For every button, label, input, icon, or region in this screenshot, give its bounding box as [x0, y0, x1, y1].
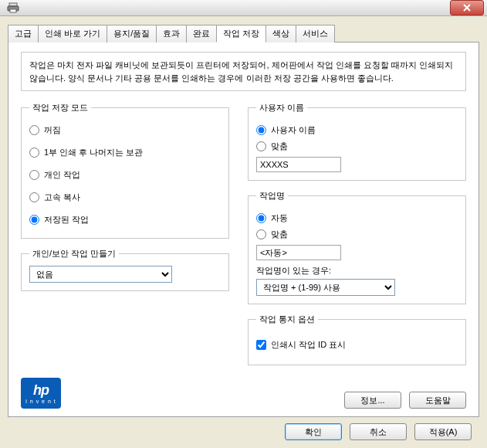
tab-advanced[interactable]: 고급 [8, 25, 39, 42]
storage-mode-stored-label: 저장된 작업 [44, 214, 89, 226]
notify-legend: 작업 통지 옵션 [256, 314, 318, 325]
notify-group: 작업 통지 옵션 인쇄시 작업 ID 표시 [248, 314, 466, 365]
ok-button[interactable]: 확인 [285, 423, 342, 440]
dialog-buttons: 확인 취소 적용(A) [8, 417, 479, 446]
job-name-legend: 작업명 [256, 190, 288, 202]
storage-mode-off-label: 꺼짐 [44, 124, 61, 136]
info-button[interactable]: 정보... [344, 392, 401, 409]
user-name-custom-label: 맞춤 [271, 141, 288, 152]
storage-mode-personal-radio[interactable] [29, 170, 39, 180]
print-settings-window: 고급 인쇄 바로 가기 용지/품질 효과 완료 작업 저장 색상 서비스 작업은… [0, 0, 487, 448]
tabs-row: 고급 인쇄 바로 가기 용지/품질 효과 완료 작업 저장 색상 서비스 [8, 24, 479, 42]
job-name-input[interactable] [256, 245, 341, 260]
job-name-auto-label: 자동 [271, 212, 288, 224]
job-name-exists-label: 작업명이 있는 경우: [256, 265, 458, 277]
storage-mode-proof-hold-radio[interactable] [29, 148, 39, 158]
user-name-input[interactable] [256, 157, 341, 172]
job-name-custom-radio[interactable] [256, 229, 266, 239]
tab-content: 작업은 마치 전자 파일 캐비닛에 보관되듯이 프린터에 저장되어, 제어판에서… [8, 42, 479, 417]
storage-mode-quickcopy-label: 고속 복사 [44, 192, 80, 203]
cancel-button[interactable]: 취소 [350, 423, 407, 440]
hp-logo-text: hp [33, 382, 49, 399]
tab-finishing[interactable]: 완료 [186, 25, 217, 42]
description-text: 작업은 마치 전자 파일 캐비닛에 보관되듯이 프린터에 저장되어, 제어판에서… [21, 52, 466, 91]
close-button[interactable] [450, 0, 484, 15]
user-name-default-radio[interactable] [256, 125, 266, 135]
show-job-id-label: 인쇄시 작업 ID 표시 [271, 339, 346, 351]
svg-rect-0 [9, 3, 17, 6]
storage-mode-stored-radio[interactable] [29, 215, 39, 225]
titlebar [0, 0, 487, 16]
close-icon [463, 4, 471, 12]
tab-paper-quality[interactable]: 용지/품질 [107, 25, 157, 42]
tab-job-storage[interactable]: 작업 저장 [216, 25, 266, 42]
user-name-group: 사용자 이름 사용자 이름 맞춤 [248, 102, 466, 181]
show-job-id-checkbox[interactable] [256, 340, 266, 350]
hp-logo: hp i n v e n t [21, 378, 61, 409]
user-name-legend: 사용자 이름 [256, 102, 307, 114]
storage-mode-quickcopy-radio[interactable] [29, 192, 39, 202]
help-button[interactable]: 도움말 [409, 392, 466, 409]
private-secure-select[interactable]: 없음 [29, 266, 172, 283]
private-secure-group: 개인/보안 작업 만들기 없음 [21, 248, 229, 291]
storage-mode-personal-label: 개인 작업 [44, 169, 80, 181]
printer-icon [6, 1, 20, 15]
user-name-custom-radio[interactable] [256, 141, 266, 151]
tab-color[interactable]: 색상 [265, 25, 296, 42]
storage-mode-group: 작업 저장 모드 꺼짐 1부 인쇄 후 나머지는 보관 [21, 102, 229, 239]
job-name-auto-radio[interactable] [256, 213, 266, 223]
tab-service[interactable]: 서비스 [296, 25, 335, 42]
user-name-default-label: 사용자 이름 [271, 124, 316, 136]
job-name-group: 작업명 자동 맞춤 작업명이 있는 경우: 작업명 + (1-99) 사용 [248, 190, 466, 304]
tab-shortcuts[interactable]: 인쇄 바로 가기 [38, 25, 107, 42]
hp-invent-text: i n v e n t [25, 399, 56, 404]
storage-mode-proof-hold-label: 1부 인쇄 후 나머지는 보관 [44, 147, 143, 158]
apply-button[interactable]: 적용(A) [414, 423, 472, 440]
private-secure-legend: 개인/보안 작업 만들기 [29, 248, 119, 260]
job-name-custom-label: 맞춤 [271, 229, 288, 240]
tab-effects[interactable]: 효과 [156, 25, 187, 42]
svg-rect-2 [10, 9, 16, 12]
storage-mode-off-radio[interactable] [29, 125, 39, 135]
job-name-exists-select[interactable]: 작업명 + (1-99) 사용 [256, 279, 395, 296]
storage-mode-legend: 작업 저장 모드 [29, 102, 91, 114]
